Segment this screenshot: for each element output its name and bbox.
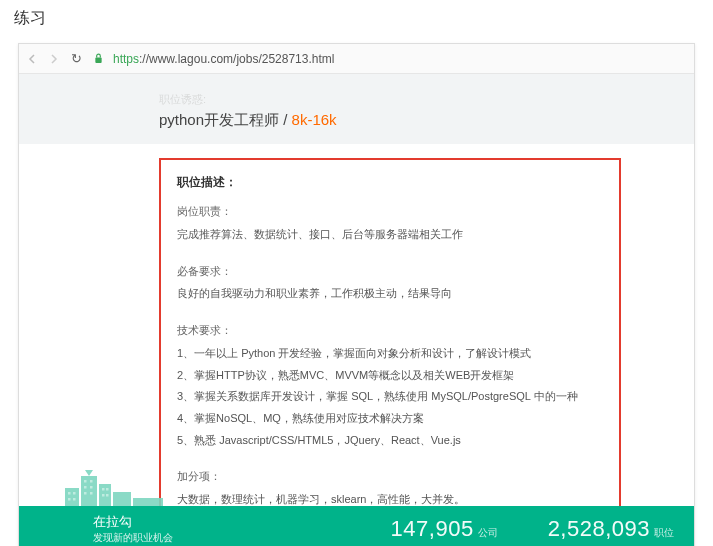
duty-text: 完成推荐算法、数据统计、接口、后台等服务器端相关工作 [177, 225, 603, 244]
requirement-label: 必备要求： [177, 262, 603, 281]
tech-item: 5、熟悉 Javascript/CSS/HTML5，JQuery、React、V… [177, 431, 603, 450]
svg-rect-18 [106, 488, 109, 491]
svg-rect-8 [73, 492, 76, 495]
svg-rect-14 [90, 486, 93, 489]
reload-icon[interactable]: ↻ [69, 52, 83, 66]
footer-brand: 在拉勾 发现新的职业机会 [93, 514, 173, 544]
tech-req-label: 技术要求： [177, 321, 603, 340]
job-description-box: 职位描述： 岗位职责： 完成推荐算法、数据统计、接口、后台等服务器端相关工作 必… [159, 158, 621, 525]
tech-item: 3、掌握关系数据库开发设计，掌握 SQL，熟练使用 MySQL/PostgreS… [177, 387, 603, 406]
duty-label: 岗位职责： [177, 202, 603, 221]
tech-item: 4、掌握NoSQL、MQ，熟练使用对应技术解决方案 [177, 409, 603, 428]
browser-window: ↻ https://www.lagou.com/jobs/2528713.htm… [18, 43, 695, 546]
svg-rect-16 [90, 492, 93, 495]
header-faint-label: 职位诱惑: [159, 92, 694, 107]
svg-rect-12 [90, 480, 93, 483]
footer-banner: 在拉勾 发现新的职业机会 147,905 公司 2,528,093 职位 [19, 506, 694, 546]
stat-companies-num: 147,905 [391, 516, 474, 542]
tech-item: 2、掌握HTTP协议，熟悉MVC、MVVM等概念以及相关WEB开发框架 [177, 366, 603, 385]
job-header: 职位诱惑: python开发工程师 / 8k-16k [19, 74, 694, 144]
city-silhouette-icon [61, 462, 171, 512]
svg-rect-11 [84, 480, 87, 483]
salary: 8k-16k [292, 111, 337, 128]
svg-rect-17 [102, 488, 105, 491]
address-bar: ↻ https://www.lagou.com/jobs/2528713.htm… [19, 44, 694, 74]
svg-rect-20 [106, 494, 109, 497]
stat-jobs: 2,528,093 职位 [548, 516, 674, 542]
stat-companies-unit: 公司 [478, 526, 498, 540]
brand-line2: 发现新的职业机会 [93, 531, 173, 544]
tech-item: 1、一年以上 Python 开发经验，掌握面向对象分析和设计，了解设计模式 [177, 344, 603, 363]
tech-req-list: 1、一年以上 Python 开发经验，掌握面向对象分析和设计，了解设计模式 2、… [177, 344, 603, 449]
lock-icon [91, 52, 105, 66]
stat-jobs-num: 2,528,093 [548, 516, 650, 542]
svg-rect-7 [68, 492, 71, 495]
svg-rect-0 [95, 58, 101, 63]
url-text[interactable]: https://www.lagou.com/jobs/2528713.html [113, 52, 334, 66]
back-icon[interactable] [25, 52, 39, 66]
svg-rect-13 [84, 486, 87, 489]
exercise-heading: 练习 [0, 0, 713, 37]
svg-rect-9 [68, 498, 71, 501]
job-title: python开发工程师 [159, 111, 279, 128]
stat-jobs-unit: 职位 [654, 526, 674, 540]
stat-companies: 147,905 公司 [391, 516, 498, 542]
title-separator: / [279, 111, 292, 128]
job-title-line: python开发工程师 / 8k-16k [159, 111, 694, 130]
page-content: 职位诱惑: python开发工程师 / 8k-16k 职位描述： 岗位职责： 完… [19, 74, 694, 546]
forward-icon[interactable] [47, 52, 61, 66]
brand-line1: 在拉勾 [93, 514, 173, 531]
svg-rect-19 [102, 494, 105, 497]
url-scheme: https [113, 52, 139, 66]
svg-rect-15 [84, 492, 87, 495]
description-title: 职位描述： [177, 172, 603, 192]
url-path: ://www.lagou.com/jobs/2528713.html [139, 52, 334, 66]
requirement-text: 良好的自我驱动力和职业素养，工作积极主动，结果导向 [177, 284, 603, 303]
footer-stats: 147,905 公司 2,528,093 职位 [391, 516, 674, 542]
svg-marker-6 [85, 470, 93, 476]
svg-rect-10 [73, 498, 76, 501]
bonus-label: 加分项： [177, 467, 603, 486]
